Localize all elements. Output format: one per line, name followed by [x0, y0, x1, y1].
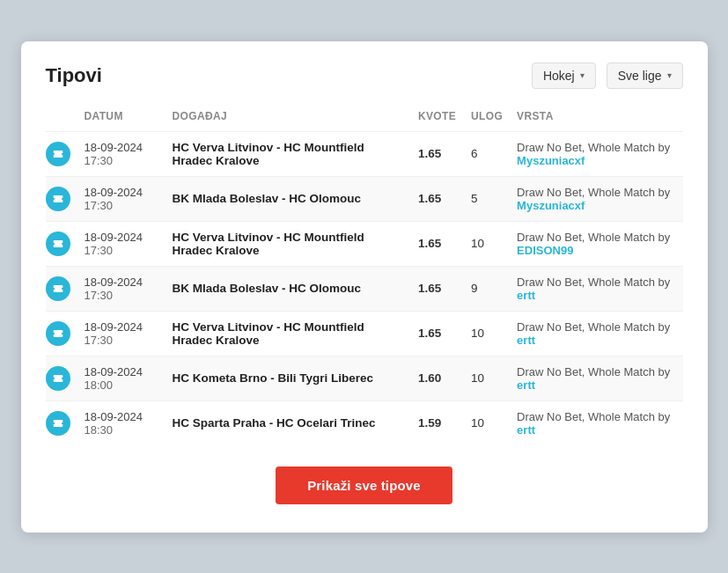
- filters: Hokej ▾ Sve lige ▾: [532, 62, 683, 89]
- row-vrsta: Draw No Bet, Whole Match by EDISON99: [510, 221, 682, 266]
- col-ulog: ULOG: [464, 110, 510, 132]
- row-match: BK Mlada Boleslav - HC Olomouc: [165, 176, 411, 221]
- vrsta-user-link[interactable]: Myszuniacxf: [517, 199, 585, 212]
- row-ulog: 9: [464, 266, 510, 311]
- sport-filter-dropdown[interactable]: Hokej ▾: [532, 62, 596, 89]
- row-date: 18-09-202417:30: [77, 221, 165, 266]
- main-card: Tipovi Hokej ▾ Sve lige ▾ DATUM DOGAĐAJ …: [21, 41, 708, 533]
- vrsta-prefix: Draw No Bet, Whole Match by: [517, 141, 670, 154]
- row-vrsta: Draw No Bet, Whole Match by ertt: [510, 356, 682, 400]
- row-vrsta: Draw No Bet, Whole Match by ertt: [510, 311, 682, 356]
- table-row: 18-09-202418:30HC Sparta Praha - HC Ocel…: [46, 400, 683, 445]
- row-date: 18-09-202417:30: [77, 131, 165, 176]
- ticket-icon: [46, 276, 70, 301]
- row-vrsta: Draw No Bet, Whole Match by Myszuniacxf: [510, 176, 682, 221]
- row-vrsta: Draw No Bet, Whole Match by ertt: [510, 400, 682, 445]
- ticket-icon: [46, 321, 70, 346]
- league-filter-chevron-icon: ▾: [667, 70, 672, 80]
- ticket-icon: [46, 366, 70, 391]
- vrsta-user-link[interactable]: EDISON99: [517, 244, 573, 257]
- table-row: 18-09-202417:30BK Mlada Boleslav - HC Ol…: [46, 266, 683, 311]
- table-header-row: DATUM DOGAĐAJ KVOTE ULOG VRSTA: [46, 110, 683, 132]
- row-kvote: 1.65: [411, 221, 464, 266]
- row-ulog: 10: [464, 356, 510, 400]
- row-date: 18-09-202417:30: [77, 311, 165, 356]
- vrsta-user-link[interactable]: ertt: [517, 378, 535, 392]
- vrsta-prefix: Draw No Bet, Whole Match by: [517, 320, 670, 334]
- row-date: 18-09-202418:30: [77, 400, 165, 445]
- col-vrsta: VRSTA: [510, 110, 682, 132]
- vrsta-prefix: Draw No Bet, Whole Match by: [517, 365, 670, 378]
- row-match: HC Verva Litvinov - HC Mountfield Hradec…: [165, 131, 411, 176]
- vrsta-user-link[interactable]: Myszuniacxf: [517, 154, 585, 167]
- row-kvote: 1.65: [411, 176, 464, 221]
- card-header: Tipovi Hokej ▾ Sve lige ▾: [46, 62, 683, 89]
- table-row: 18-09-202417:30HC Verva Litvinov - HC Mo…: [46, 131, 683, 176]
- row-ulog: 10: [464, 221, 510, 266]
- row-icon-cell: [46, 176, 77, 221]
- row-icon-cell: [46, 400, 77, 445]
- col-datum: DATUM: [77, 110, 165, 132]
- row-date: 18-09-202418:00: [77, 356, 165, 400]
- row-icon-cell: [46, 221, 77, 266]
- table-row: 18-09-202417:30HC Verva Litvinov - HC Mo…: [46, 311, 683, 356]
- row-date: 18-09-202417:30: [77, 176, 165, 221]
- row-kvote: 1.59: [411, 400, 464, 445]
- ticket-icon: [46, 231, 70, 256]
- row-ulog: 6: [464, 131, 510, 176]
- row-icon-cell: [46, 131, 77, 176]
- row-kvote: 1.65: [411, 131, 464, 176]
- row-ulog: 10: [464, 311, 510, 356]
- row-kvote: 1.60: [411, 356, 464, 400]
- vrsta-prefix: Draw No Bet, Whole Match by: [517, 231, 670, 244]
- vrsta-prefix: Draw No Bet, Whole Match by: [517, 186, 670, 199]
- vrsta-prefix: Draw No Bet, Whole Match by: [517, 275, 670, 289]
- vrsta-user-link[interactable]: ertt: [517, 289, 535, 302]
- ticket-icon: [46, 142, 70, 166]
- row-match: HC Kometa Brno - Bili Tygri Liberec: [165, 356, 411, 400]
- table-row: 18-09-202417:30HC Verva Litvinov - HC Mo…: [46, 221, 683, 266]
- page-title: Tipovi: [46, 64, 102, 87]
- row-ulog: 10: [464, 400, 510, 445]
- row-kvote: 1.65: [411, 311, 464, 356]
- table-row: 18-09-202417:30BK Mlada Boleslav - HC Ol…: [46, 176, 683, 221]
- row-icon-cell: [46, 311, 77, 356]
- row-icon-cell: [46, 356, 77, 400]
- sport-filter-label: Hokej: [543, 69, 575, 83]
- row-match: BK Mlada Boleslav - HC Olomouc: [165, 266, 411, 311]
- show-all-button[interactable]: Prikaži sve tipove: [276, 466, 452, 504]
- row-kvote: 1.65: [411, 266, 464, 311]
- tips-table: DATUM DOGAĐAJ KVOTE ULOG VRSTA 18-09-202…: [46, 110, 683, 445]
- row-ulog: 5: [464, 176, 510, 221]
- row-vrsta: Draw No Bet, Whole Match by ertt: [510, 266, 682, 311]
- row-date: 18-09-202417:30: [77, 266, 165, 311]
- row-match: HC Verva Litvinov - HC Mountfield Hradec…: [165, 311, 411, 356]
- row-vrsta: Draw No Bet, Whole Match by Myszuniacxf: [510, 131, 682, 176]
- row-match: HC Verva Litvinov - HC Mountfield Hradec…: [165, 221, 411, 266]
- ticket-icon: [46, 411, 70, 436]
- sport-filter-chevron-icon: ▾: [580, 70, 585, 80]
- league-filter-dropdown[interactable]: Sve lige ▾: [607, 62, 683, 89]
- row-icon-cell: [46, 266, 77, 311]
- table-row: 18-09-202418:00HC Kometa Brno - Bili Tyg…: [46, 356, 683, 400]
- vrsta-prefix: Draw No Bet, Whole Match by: [517, 410, 670, 423]
- row-match: HC Sparta Praha - HC Ocelari Trinec: [165, 400, 411, 445]
- col-dogadjaj: DOGAĐAJ: [165, 110, 411, 132]
- league-filter-label: Sve lige: [618, 69, 662, 83]
- show-all-row: Prikaži sve tipove: [46, 466, 683, 504]
- ticket-icon: [46, 187, 70, 211]
- col-kvote: KVOTE: [411, 110, 464, 132]
- vrsta-user-link[interactable]: ertt: [517, 334, 535, 347]
- vrsta-user-link[interactable]: ertt: [517, 423, 535, 437]
- col-icon: [46, 110, 77, 132]
